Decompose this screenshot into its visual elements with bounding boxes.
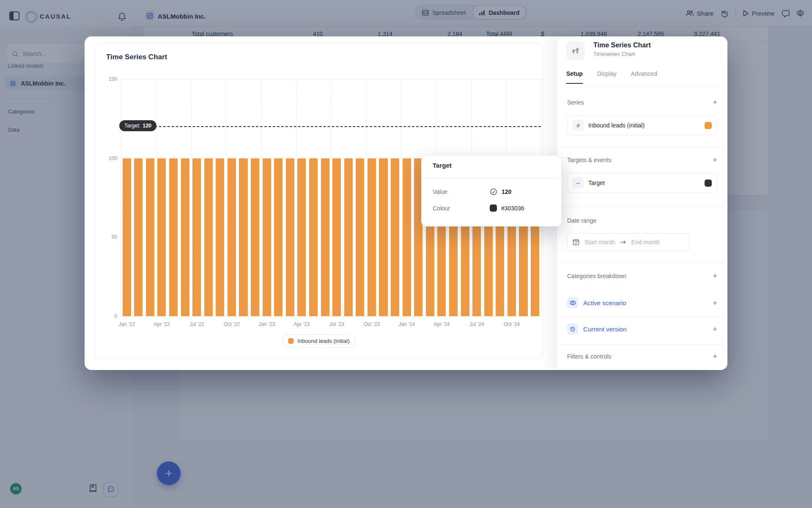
active-scenario-label: Active scenario bbox=[583, 299, 708, 306]
y-axis-tick: 50 bbox=[100, 234, 117, 240]
bar-Jan '22[interactable] bbox=[123, 158, 131, 316]
bar-May '22[interactable] bbox=[169, 158, 178, 316]
filters-controls-header: Filters & controls + bbox=[567, 352, 717, 360]
value-label: Value bbox=[433, 188, 490, 195]
series-header-label: Series bbox=[567, 99, 584, 106]
section-divider bbox=[557, 147, 728, 147]
active-scenario-row[interactable]: Active scenario + bbox=[567, 297, 717, 308]
add-series-button[interactable]: + bbox=[713, 98, 717, 106]
add-version-button[interactable]: + bbox=[713, 325, 717, 333]
tab-display[interactable]: Display bbox=[597, 70, 617, 84]
bar-Sep '23[interactable] bbox=[356, 158, 364, 316]
gridline-horizontal bbox=[121, 79, 541, 80]
section-divider bbox=[557, 262, 728, 263]
chart-type-icon bbox=[566, 41, 585, 60]
bar-Jan '24[interactable] bbox=[403, 158, 411, 316]
gridline-vertical bbox=[261, 79, 261, 316]
bar-Nov '23[interactable] bbox=[379, 158, 387, 316]
chart-settings-panel: Time Series Chart Timeseries Chart Setup… bbox=[557, 36, 727, 370]
tab-advanced[interactable]: Advanced bbox=[631, 70, 657, 84]
gridline-vertical bbox=[296, 79, 296, 316]
bar-Jul '22[interactable] bbox=[192, 158, 201, 316]
target-goal-icon bbox=[490, 188, 497, 196]
target-value-row: Value 120 bbox=[433, 188, 552, 196]
end-month-placeholder: End month bbox=[631, 239, 660, 246]
targets-section-header: Targets & events + bbox=[567, 156, 717, 164]
y-axis-tick: 100 bbox=[100, 155, 117, 161]
date-range-label: Date range bbox=[567, 217, 596, 224]
section-divider bbox=[557, 207, 728, 207]
target-line-label[interactable]: Target: 120 bbox=[119, 120, 156, 131]
gridline-vertical bbox=[331, 79, 332, 316]
bar-Jun '22[interactable] bbox=[181, 158, 189, 316]
current-version-label: Current version bbox=[583, 326, 708, 333]
bar-Mar '22[interactable] bbox=[146, 158, 154, 316]
colour-field[interactable]: #303036 bbox=[490, 204, 524, 212]
row-divider bbox=[557, 317, 728, 317]
tab-setup[interactable]: Setup bbox=[566, 70, 583, 84]
calendar-icon bbox=[573, 239, 579, 246]
x-axis-tick: Jan ’23 bbox=[252, 321, 282, 327]
series-row-label: Inbound leads (initial) bbox=[588, 122, 700, 129]
target-row[interactable]: -- Target bbox=[567, 173, 717, 193]
y-axis-tick: 150 bbox=[100, 76, 117, 82]
colour-swatch bbox=[490, 204, 497, 212]
arrow-right-icon bbox=[620, 240, 626, 244]
categories-breakdown-label: Categories breakdown bbox=[567, 273, 626, 279]
target-popover: Target Value 120 Colour #303036 bbox=[421, 155, 562, 226]
target-row-label: Target bbox=[588, 179, 700, 186]
bar-Oct '22[interactable] bbox=[228, 158, 236, 316]
y-axis-tick: 0 bbox=[100, 313, 117, 319]
bar-Apr '23[interactable] bbox=[297, 158, 306, 316]
series-color-swatch[interactable] bbox=[705, 122, 712, 129]
bar-Nov '22[interactable] bbox=[239, 158, 247, 316]
chart-editor-modal: Time Series Chart 050100150Jan ’22Apr ’2… bbox=[85, 36, 727, 370]
filters-controls-label: Filters & controls bbox=[567, 353, 611, 360]
gridline-vertical bbox=[401, 79, 401, 316]
bar-Oct '23[interactable] bbox=[368, 158, 376, 316]
panel-subtitle: Timeseries Chart bbox=[593, 51, 635, 57]
bar-Jan '23[interactable] bbox=[263, 158, 271, 316]
gridline-vertical bbox=[226, 79, 226, 316]
bar-Jun '23[interactable] bbox=[321, 158, 329, 316]
bar-Jul '23[interactable] bbox=[332, 158, 341, 316]
bar-Mar '23[interactable] bbox=[286, 158, 294, 316]
bar-Aug '22[interactable] bbox=[204, 158, 213, 316]
current-version-row[interactable]: Current version + bbox=[567, 323, 717, 334]
add-scenario-button[interactable]: + bbox=[713, 299, 717, 307]
x-axis-tick: Apr ’22 bbox=[147, 321, 177, 327]
bar-Apr '22[interactable] bbox=[157, 158, 166, 316]
target-label-prefix: Target: bbox=[124, 123, 140, 129]
bar-Aug '23[interactable] bbox=[344, 158, 353, 316]
x-axis-tick: Oct ’23 bbox=[357, 321, 387, 327]
date-range-field[interactable]: Start month End month bbox=[567, 233, 717, 251]
target-value-text: 120 bbox=[502, 188, 511, 195]
add-breakdown-button[interactable]: + bbox=[713, 272, 717, 280]
version-history-icon bbox=[567, 323, 578, 334]
popover-title: Target bbox=[433, 162, 452, 169]
bar-Sep '22[interactable] bbox=[216, 158, 224, 316]
series-row[interactable]: # Inbound leads (initial) bbox=[567, 115, 717, 135]
colour-hex-text: #303036 bbox=[501, 205, 524, 212]
target-line bbox=[121, 126, 541, 127]
legend-label: Inbound leads (initial) bbox=[297, 338, 350, 344]
bar-Feb '22[interactable] bbox=[134, 158, 143, 316]
x-axis-tick: Jul ’22 bbox=[182, 321, 211, 327]
targets-header-label: Targets & events bbox=[567, 157, 611, 163]
chart-legend[interactable]: Inbound leads (initial) bbox=[282, 334, 356, 348]
bar-Dec '22[interactable] bbox=[251, 158, 259, 316]
add-target-button[interactable]: + bbox=[713, 156, 717, 164]
value-field[interactable]: 120 bbox=[490, 188, 511, 196]
x-axis-tick: Jul ’23 bbox=[322, 321, 351, 327]
x-axis-tick: Jul ’24 bbox=[462, 321, 491, 327]
add-filter-button[interactable]: + bbox=[713, 352, 717, 360]
bar-Feb '23[interactable] bbox=[274, 158, 283, 316]
bar-Dec '23[interactable] bbox=[391, 158, 399, 316]
target-color-swatch[interactable] bbox=[705, 179, 712, 187]
x-axis-tick: Jan ’24 bbox=[392, 321, 422, 327]
date-range-header: Date range bbox=[567, 217, 717, 224]
popover-divider bbox=[422, 178, 561, 179]
panel-title: Time Series Chart bbox=[593, 41, 651, 49]
bar-May '23[interactable] bbox=[309, 158, 318, 316]
row-divider bbox=[557, 344, 728, 345]
